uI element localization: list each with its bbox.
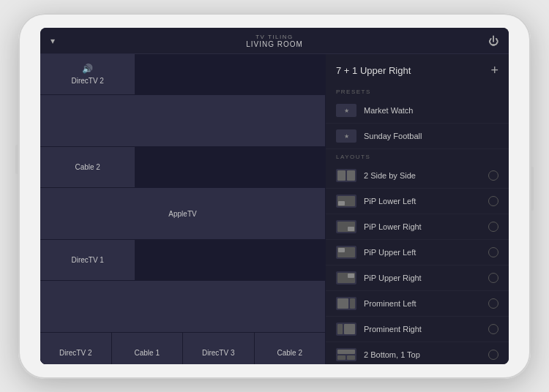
layout-prom-left[interactable]: Prominent Left <box>326 291 509 317</box>
layout-pip-ur-radio[interactable] <box>488 273 498 283</box>
top-bar: ▾ TV TILING LIVING ROOM ⏻ <box>40 28 509 54</box>
tv-tiling-label: TV TILING <box>246 34 303 40</box>
dirtv2-top-label: DirecTV 2 <box>71 77 103 85</box>
layout-2-side[interactable]: 2 Side by Side <box>326 163 509 189</box>
layout-2bot-1top-label: 2 Bottom, 1 Top <box>364 350 488 359</box>
layout-pip-ur-label: PiP Upper Right <box>364 274 488 282</box>
layout-pip-ur-icon <box>336 271 356 284</box>
tv-cell-dirtv2-top[interactable]: 🔊 DirecTV 2 <box>40 54 135 94</box>
market-watch-label: Market Watch <box>364 106 498 115</box>
cable2-bot-label: Cable 2 <box>277 349 302 357</box>
layout-2-side-icon <box>336 169 356 182</box>
tv-cell-dirtv2-bot[interactable]: DirecTV 2 <box>40 333 111 364</box>
layout-2bot-1top-icon <box>336 348 356 361</box>
chevron-down-icon[interactable]: ▾ <box>51 36 55 46</box>
layout-2bot-1top-radio[interactable] <box>488 350 498 360</box>
room-title: LIVING ROOM <box>246 40 303 48</box>
cable2-label: Cable 2 <box>75 163 100 171</box>
main-content: 🔊 DirecTV 2 Cable 2 AppleTV DirecTV 1 <box>40 54 509 364</box>
layout-prom-right[interactable]: Prominent Right <box>326 317 509 342</box>
tv-cell-cable2-bot[interactable]: Cable 2 <box>255 333 326 364</box>
power-icon[interactable]: ⏻ <box>488 35 498 47</box>
layout-prom-right-label: Prominent Right <box>364 325 488 333</box>
tv-cell-wide-empty[interactable] <box>40 281 325 332</box>
top-bar-center: TV TILING LIVING ROOM <box>246 34 303 48</box>
layout-prom-left-icon <box>336 297 356 310</box>
volume-button[interactable] <box>15 145 18 174</box>
layout-pip-ll-label: PiP Lower Left <box>364 197 488 206</box>
right-header: 7 + 1 Upper Right + <box>326 54 509 84</box>
tv-cell-dirtv3[interactable]: DirecTV 3 <box>183 333 254 364</box>
sunday-football-icon: ★ <box>336 129 356 143</box>
tv-cell-cable2[interactable]: Cable 2 <box>40 147 135 187</box>
layout-pip-ul-label: PiP Upper Left <box>364 248 488 257</box>
layout-pip-ul-radio[interactable] <box>488 247 498 257</box>
layout-prom-right-icon <box>336 323 356 336</box>
layout-pip-ur[interactable]: PiP Upper Right <box>326 265 509 291</box>
cable1-label: Cable 1 <box>135 349 160 357</box>
dirtv3-label: DirecTV 3 <box>202 349 234 357</box>
layout-pip-lr-icon <box>336 220 356 233</box>
layout-pip-ll[interactable]: PiP Lower Left <box>326 189 509 214</box>
layout-pip-ll-icon <box>336 195 356 208</box>
layout-pip-lr-label: PiP Lower Right <box>364 222 488 231</box>
layout-pip-ul[interactable]: PiP Upper Left <box>326 240 509 265</box>
tv-cell-empty-top[interactable] <box>40 95 325 146</box>
layout-title: 7 + 1 Upper Right <box>336 65 411 76</box>
layout-pip-lr-radio[interactable] <box>488 222 498 232</box>
dirtv2-bot-label: DirecTV 2 <box>59 349 92 357</box>
left-panel: 🔊 DirecTV 2 Cable 2 AppleTV DirecTV 1 <box>40 54 326 364</box>
tv-row-4: DirecTV 2 Cable 1 DirecTV 3 Cable 2 <box>40 333 325 364</box>
tv-cell-appletv[interactable]: AppleTV <box>40 188 325 239</box>
layout-pip-lr[interactable]: PiP Lower Right <box>326 214 509 240</box>
layout-pip-ll-radio[interactable] <box>488 196 498 206</box>
layout-pip-ul-icon <box>336 246 356 259</box>
dirtv1-label: DirecTV 1 <box>71 256 103 264</box>
audio-icon: 🔊 <box>82 64 93 74</box>
layout-2bot-1top[interactable]: 2 Bottom, 1 Top <box>326 342 509 364</box>
market-watch-icon: ★ <box>336 104 356 117</box>
appletv-label: AppleTV <box>168 210 196 218</box>
add-button[interactable]: + <box>490 63 498 78</box>
ipad-frame: ▾ TV TILING LIVING ROOM ⏻ 🔊 DirecTV 2 <box>18 13 531 379</box>
layouts-label: LAYOUTS <box>326 149 509 163</box>
preset-market-watch[interactable]: ★ Market Watch <box>326 98 509 124</box>
tv-grid: 🔊 DirecTV 2 Cable 2 AppleTV DirecTV 1 <box>40 54 325 364</box>
layout-2-side-label: 2 Side by Side <box>364 171 488 180</box>
preset-sunday-football[interactable]: ★ Sunday Football <box>326 124 509 149</box>
layout-prom-left-label: Prominent Left <box>364 299 488 308</box>
tv-cell-cable1[interactable]: Cable 1 <box>112 333 183 364</box>
tv-cell-dirtv1[interactable]: DirecTV 1 <box>40 240 135 280</box>
power-button[interactable] <box>531 167 534 211</box>
layout-2-side-radio[interactable] <box>488 170 498 181</box>
sunday-football-label: Sunday Football <box>364 132 498 140</box>
screen: ▾ TV TILING LIVING ROOM ⏻ 🔊 DirecTV 2 <box>40 28 509 364</box>
layout-prom-left-radio[interactable] <box>488 298 498 309</box>
layout-prom-right-radio[interactable] <box>488 324 498 334</box>
presets-label: PRESETS <box>326 84 509 98</box>
right-panel: 7 + 1 Upper Right + PRESETS ★ Market Wat… <box>326 54 509 364</box>
